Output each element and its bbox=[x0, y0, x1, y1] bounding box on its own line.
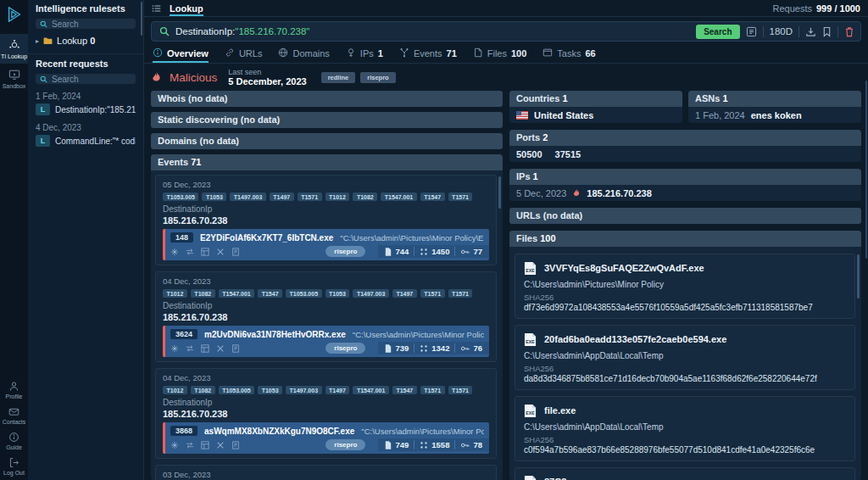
page-scrollbar[interactable] bbox=[865, 81, 867, 259]
result-tab[interactable]: URLs bbox=[225, 44, 263, 63]
malware-tag-pill[interactable]: risepro bbox=[326, 343, 365, 354]
port-value[interactable]: 50500 bbox=[516, 149, 542, 159]
mitre-technique-tag[interactable]: T1497.003 bbox=[286, 386, 321, 394]
nav-guide[interactable]: Guide bbox=[0, 427, 28, 453]
event-card[interactable]: 04 Dec, 2023 T1012T1082T1053.005T1053T14… bbox=[155, 368, 497, 459]
sha256-value: df73e6d9972a108438553a4e5576f10559a5df42… bbox=[524, 303, 846, 312]
mitre-technique-tag[interactable]: T1053.005 bbox=[286, 289, 321, 298]
mitre-technique-tag[interactable]: T1497 bbox=[326, 386, 350, 394]
file-card[interactable]: EXE 20fad6ba0eadd133e057fe2caeb0e594.exe… bbox=[515, 325, 855, 390]
mitre-technique-tag[interactable]: T1571 bbox=[420, 386, 445, 394]
query-builder-icon[interactable] bbox=[746, 26, 757, 37]
result-tab[interactable]: Events 71 bbox=[399, 44, 457, 63]
result-tab[interactable]: Tasks 66 bbox=[542, 44, 595, 63]
ports-panel-header[interactable]: Ports 2 bbox=[509, 130, 861, 146]
mitre-technique-tag[interactable]: T1547.001 bbox=[353, 386, 388, 394]
result-tab[interactable]: Domains bbox=[278, 44, 329, 63]
mitre-technique-tag[interactable]: T1571 bbox=[420, 289, 445, 298]
event-card[interactable]: 05 Dec, 2023 T1053.005T1053T1497.003T149… bbox=[155, 175, 497, 265]
mitre-technique-tag[interactable]: T1497 bbox=[270, 193, 294, 201]
process-row[interactable]: 3624 m2UvDNi6va31N78HetHvORRx.exe "C:\Us… bbox=[163, 326, 489, 357]
result-tab[interactable]: Overview bbox=[153, 44, 209, 63]
nav-profile[interactable]: Profile bbox=[0, 377, 28, 402]
malware-tag-pill[interactable]: risepro bbox=[326, 439, 365, 450]
sidepanel-scrollbar[interactable] bbox=[141, 2, 142, 36]
timerange-button[interactable]: 180D bbox=[770, 26, 793, 36]
result-tab[interactable]: Files 100 bbox=[473, 44, 527, 63]
mitre-technique-tag[interactable]: T1571 bbox=[448, 289, 473, 298]
mitre-technique-tag[interactable]: T1497.003 bbox=[230, 193, 265, 201]
file-card[interactable]: EXE 3VVFYqEs8gSuFAQE2ZwQvAdF.exe C:\User… bbox=[515, 254, 855, 319]
event-card[interactable]: 03 Dec, 2023 T1571T1012T1082T1571 Destin… bbox=[155, 465, 497, 480]
bookmark-icon[interactable] bbox=[822, 26, 832, 37]
recent-request-item[interactable]: L DestinationIp:"185.216... bbox=[36, 103, 136, 115]
mitre-technique-tag[interactable]: T1571 bbox=[298, 193, 322, 201]
sha256-label: SHA256 bbox=[524, 435, 846, 444]
download-icon[interactable] bbox=[805, 26, 816, 37]
mitre-technique-tag[interactable]: T1571 bbox=[448, 193, 473, 201]
files-scrollbar[interactable] bbox=[857, 254, 860, 299]
mitre-technique-tag[interactable]: T1082 bbox=[353, 193, 377, 201]
lookup-tab[interactable]: Lookup bbox=[170, 0, 203, 16]
mitre-technique-tag[interactable]: T1571 bbox=[448, 386, 473, 394]
mitre-technique-tag[interactable]: T1547 bbox=[392, 386, 417, 394]
search-query[interactable]: DestinationIp:"185.216.70.238" bbox=[175, 26, 309, 36]
mitre-technique-tag[interactable]: T1012 bbox=[163, 386, 187, 394]
mitre-technique-tag[interactable]: T1053 bbox=[326, 289, 350, 298]
malware-tag-pill[interactable]: risepro bbox=[326, 246, 365, 257]
rulesets-search-input[interactable]: Search bbox=[36, 19, 136, 29]
malware-family-tag[interactable]: risepro bbox=[360, 72, 395, 83]
asns-panel-header[interactable]: ASNs 1 bbox=[688, 91, 861, 107]
nav-ti-lookup[interactable]: TI Lookup bbox=[0, 34, 28, 64]
recent-search-input[interactable]: Search bbox=[36, 74, 136, 84]
asn-row[interactable]: 1 Feb, 2024 enes koken bbox=[688, 107, 861, 123]
files-panel-header[interactable]: Files 100 bbox=[509, 231, 861, 247]
file-card[interactable]: EXE 87C3.exe C:\Users\admin\AppData\Loca… bbox=[515, 467, 855, 480]
mitre-technique-tag[interactable]: T1547 bbox=[420, 193, 445, 201]
nav-contacts[interactable]: Contacts bbox=[0, 402, 28, 427]
recent-request-item[interactable]: L CommandLine:"* codiqo... bbox=[36, 135, 136, 147]
mitre-technique-tag[interactable]: T1053 bbox=[258, 386, 282, 394]
mitre-technique-tag[interactable]: T1053 bbox=[202, 193, 226, 201]
ip-row[interactable]: 5 Dec, 2023 185.216.70.238 bbox=[509, 185, 861, 201]
nav-sandbox[interactable]: Sandbox bbox=[0, 64, 28, 93]
process-row[interactable]: 148 E2YDiFolAf6Kx7KT7_6IbTCN.exe "C:\Use… bbox=[163, 229, 489, 260]
mitre-technique-tag[interactable]: T1497.003 bbox=[353, 289, 388, 298]
mitre-technique-tag[interactable]: T1547 bbox=[258, 289, 282, 298]
domains-panel-header[interactable]: Domains (no data) bbox=[151, 133, 503, 149]
tab-icon bbox=[473, 47, 483, 59]
event-card[interactable]: 04 Dec, 2023 T1012T1082T1547.001T1547T10… bbox=[155, 271, 497, 362]
search-button[interactable]: Search bbox=[696, 25, 739, 39]
port-value[interactable]: 37515 bbox=[555, 149, 581, 159]
list-icon[interactable] bbox=[152, 3, 162, 14]
urls-panel-header[interactable]: URLs (no data) bbox=[509, 208, 861, 224]
file-card[interactable]: EXE file.exe C:\Users\admin\AppData\Loca… bbox=[515, 396, 855, 461]
mitre-technique-tag[interactable]: T1547.001 bbox=[381, 193, 416, 201]
process-action-icons[interactable] bbox=[170, 441, 240, 449]
delete-icon[interactable] bbox=[844, 26, 854, 37]
static-panel-header[interactable]: Static discovering (no data) bbox=[151, 112, 503, 128]
mitre-technique-tag[interactable]: T1012 bbox=[163, 289, 187, 298]
country-row[interactable]: United States bbox=[509, 107, 682, 123]
events-scrollbar[interactable] bbox=[498, 176, 501, 209]
whois-panel-header[interactable]: Whois (no data) bbox=[151, 91, 503, 107]
nav-logout[interactable]: Log Out bbox=[0, 453, 28, 478]
countries-panel-header[interactable]: Countries 1 bbox=[509, 91, 682, 107]
mitre-technique-tag[interactable]: T1053.005 bbox=[219, 386, 254, 394]
ips-panel-header[interactable]: IPs 1 bbox=[509, 169, 861, 185]
mitre-technique-tag[interactable]: T1053.005 bbox=[163, 193, 198, 201]
process-row[interactable]: 3868 asWqmMX8XbNZXkKgu7N9O8CF.exe "C:\Us… bbox=[163, 422, 489, 454]
process-action-icons[interactable] bbox=[170, 248, 240, 256]
mitre-technique-tag[interactable]: T1082 bbox=[191, 289, 215, 298]
malware-family-tag[interactable]: redline bbox=[321, 72, 356, 83]
result-tab[interactable]: IPs 1 bbox=[346, 44, 383, 63]
search-bar[interactable]: DestinationIp:"185.216.70.238" Search 18… bbox=[151, 21, 861, 42]
events-panel-header[interactable]: Events 71 bbox=[151, 154, 503, 170]
process-action-icons[interactable] bbox=[170, 344, 240, 353]
lookup-folder[interactable]: ▸ Lookup 0 bbox=[36, 36, 136, 46]
mitre-technique-tag[interactable]: T1547.001 bbox=[219, 289, 254, 298]
anyrun-logo-icon[interactable] bbox=[0, 0, 28, 28]
mitre-technique-tag[interactable]: T1082 bbox=[191, 386, 215, 394]
mitre-technique-tag[interactable]: T1497 bbox=[392, 289, 417, 298]
mitre-technique-tag[interactable]: T1012 bbox=[326, 193, 350, 201]
